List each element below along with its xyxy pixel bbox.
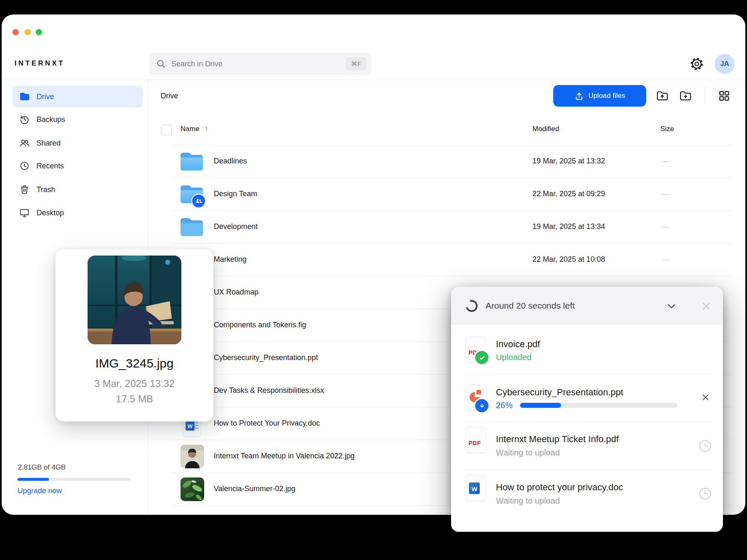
- file-preview-card: IMG_3245.jpg 3 Mar, 2025 13:32 17.5 MB: [56, 249, 213, 421]
- settings-button[interactable]: [689, 56, 704, 71]
- file-modified: 22 Mar, 2025 at 10:08: [532, 255, 605, 264]
- grid-view-button[interactable]: [715, 87, 733, 105]
- upload-progress-bar: [520, 403, 677, 408]
- upload-item-name: Internxt Meetup Ticket Info.pdf: [496, 434, 619, 445]
- minimize-window-button[interactable]: [24, 29, 31, 35]
- svg-text:W: W: [471, 485, 478, 492]
- zoom-window-button[interactable]: [36, 29, 42, 35]
- pdf-file-icon: PDF: [465, 336, 486, 363]
- avatar[interactable]: JA: [715, 54, 735, 74]
- waiting-clock-icon: [698, 487, 712, 500]
- file-name: Cybersecurity_Presentation.ppt: [214, 353, 318, 362]
- file-modified: 22 Mar, 2025 at 09:29: [532, 190, 605, 198]
- search-input[interactable]: [171, 60, 372, 68]
- table-row[interactable]: Design Team 22 Mar, 2025 at 09:29 —: [148, 178, 745, 211]
- file-name: Components and Tokens.fig: [214, 321, 306, 329]
- upgrade-now-link[interactable]: Upgrade now: [17, 487, 62, 495]
- upload-item-name: How to protect your privacy.doc: [496, 482, 623, 493]
- check-badge-icon: [474, 350, 490, 365]
- panel-separator: [463, 374, 711, 375]
- column-header-name[interactable]: Name ↑: [181, 125, 208, 133]
- search-bar[interactable]: ⌘F: [149, 53, 372, 75]
- upload-files-button[interactable]: Upload files: [553, 85, 646, 107]
- ppt-file-icon: [465, 384, 486, 411]
- table-row[interactable]: Marketing 22 Mar, 2025 at 10:08 —: [148, 243, 745, 276]
- upload-panel-header: Around 20 seconds left: [451, 287, 723, 325]
- file-size: —: [662, 255, 670, 264]
- file-name: UX Roadmap: [214, 288, 259, 297]
- photo-thumbnail: [181, 445, 204, 468]
- upload-icon: [574, 91, 584, 101]
- close-window-button[interactable]: [12, 29, 19, 35]
- table-row[interactable]: Development 19 Mar, 2025 at 13:34 —: [148, 211, 745, 243]
- header-divider: [2, 80, 745, 80]
- close-panel-button[interactable]: [698, 297, 715, 315]
- waiting-clock-icon: [698, 439, 712, 453]
- file-name: Development: [214, 222, 258, 231]
- column-header-size[interactable]: Size: [660, 125, 674, 133]
- internxt-logo: INTERNXT: [15, 59, 65, 68]
- upload-progress-fill: [520, 403, 561, 408]
- sidebar-item-desktop[interactable]: Desktop: [12, 202, 143, 224]
- page-title: Drive: [161, 92, 178, 100]
- sidebar-item-label: Backups: [37, 115, 65, 124]
- monitor-icon: [19, 207, 30, 218]
- desktop-background: INTERNXT ⌘F JA: [0, 0, 747, 560]
- sidebar-item-label: Trash: [37, 185, 55, 194]
- spinner-icon: [465, 299, 478, 313]
- upload-progress-panel: Around 20 seconds left P: [451, 287, 723, 532]
- trash-icon: [19, 184, 30, 195]
- sidebar-item-trash[interactable]: Trash: [12, 179, 143, 200]
- storage-progress-bar: [17, 478, 130, 481]
- grid-view-icon: [718, 90, 730, 102]
- upload-item-name: Cybersecurity_Presentation.ppt: [496, 387, 623, 398]
- chevron-down-icon: [665, 300, 678, 312]
- upload-item-status: Waiting to upload: [496, 496, 560, 506]
- folder-icon: [180, 152, 204, 171]
- folder-upload-icon: [656, 89, 669, 102]
- preview-date: 3 Mar, 2025 13:32: [56, 378, 213, 390]
- upload-status-text: Around 20 seconds left: [486, 301, 575, 311]
- shared-badge-icon: [191, 194, 206, 208]
- column-header-modified[interactable]: Modified: [532, 125, 559, 133]
- gear-icon: [690, 57, 704, 71]
- sidebar-item-label: Recents: [37, 162, 64, 170]
- cancel-upload-button[interactable]: [698, 390, 713, 405]
- new-folder-button[interactable]: [677, 87, 694, 105]
- folder-icon: [19, 91, 30, 102]
- panel-separator: [463, 470, 711, 471]
- upload-item-name: Invoice.pdf: [496, 339, 540, 350]
- svg-text:PDF: PDF: [469, 440, 481, 446]
- word-doc-icon: W: [465, 475, 486, 501]
- collapse-panel-button[interactable]: [664, 298, 679, 314]
- select-all-checkbox[interactable]: [161, 124, 172, 135]
- file-size: —: [662, 222, 670, 231]
- sidebar-item-label: Shared: [37, 139, 61, 148]
- panel-separator: [463, 422, 711, 422]
- upload-item-status: Waiting to upload: [496, 448, 560, 458]
- clock-icon: [19, 161, 30, 171]
- file-name: Valencia-Summer-02.jpg: [214, 485, 295, 493]
- file-name: Deadlines: [214, 157, 247, 166]
- search-shortcut-badge: ⌘F: [346, 57, 366, 71]
- file-name: Internxt Team Meetup in Valencia 2022.jp…: [214, 452, 355, 460]
- storage-usage-label: 2.81GB of 4GB: [18, 463, 66, 472]
- preview-photo: [88, 256, 181, 344]
- preview-size: 17.5 MB: [56, 393, 213, 405]
- close-icon: [699, 299, 713, 313]
- people-icon: [19, 138, 30, 149]
- upload-files-label: Upload files: [588, 92, 625, 100]
- shared-folder-icon: [180, 185, 204, 204]
- sort-ascending-icon: ↑: [205, 125, 208, 133]
- upload-item-status: Uploaded: [496, 353, 532, 362]
- search-icon: [156, 59, 166, 69]
- file-name: Dev Tasks & Responsibilities.xlsx: [214, 386, 324, 395]
- sidebar-item-shared[interactable]: Shared: [12, 132, 143, 154]
- sidebar-item-drive[interactable]: Drive: [12, 86, 143, 107]
- download-arrow-badge-icon: [474, 398, 490, 414]
- sidebar-item-label: Desktop: [37, 209, 64, 217]
- table-row[interactable]: Deadlines 19 Mar, 2025 at 13:32 —: [148, 145, 745, 178]
- sidebar-item-backups[interactable]: Backups: [12, 109, 143, 130]
- sidebar-item-recents[interactable]: Recents: [12, 155, 143, 177]
- upload-folder-button[interactable]: [654, 87, 671, 105]
